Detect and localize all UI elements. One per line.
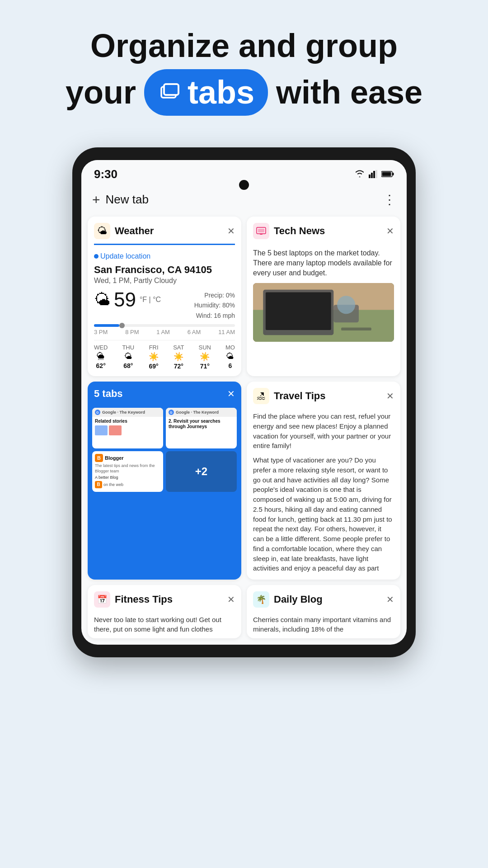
weather-temp-row: 🌤 59 °F | °C Precip: 0% Humidity: 80% Wi… bbox=[94, 288, 235, 321]
mini-tab-blogger[interactable]: B Blogger The latest tips and news from … bbox=[92, 451, 163, 492]
battery-icon bbox=[381, 170, 394, 178]
blogger-name: Blogger bbox=[105, 455, 124, 461]
fitness-tips-icon: 📅 bbox=[94, 591, 110, 608]
plus-icon: + bbox=[92, 192, 100, 208]
tabs-icon bbox=[158, 80, 181, 104]
update-location-text: Update location bbox=[100, 252, 150, 260]
tabs-group-header: 5 tabs ✕ bbox=[88, 382, 241, 404]
weather-content: Update location San Francisco, CA 94105 … bbox=[88, 248, 241, 377]
wind: Wind: 16 mph bbox=[194, 311, 235, 321]
tabs-badge: tabs bbox=[144, 69, 268, 116]
svg-rect-6 bbox=[375, 170, 377, 178]
travel-tips-close-button[interactable]: ✕ bbox=[386, 392, 394, 401]
weather-border bbox=[94, 244, 235, 245]
svg-rect-20 bbox=[341, 327, 371, 330]
travel-tips-para2: What type of vacationer are you? Do you … bbox=[253, 455, 394, 573]
tabs-group-close-button[interactable]: ✕ bbox=[227, 388, 235, 399]
temperature: 59 bbox=[114, 288, 136, 311]
weather-close-button[interactable]: ✕ bbox=[227, 226, 235, 236]
svg-rect-17 bbox=[266, 292, 331, 330]
travel-tips-content: Find the place where you can rest, refue… bbox=[247, 409, 400, 580]
weather-location: San Francisco, CA 94105 bbox=[94, 264, 235, 276]
svg-rect-1 bbox=[164, 84, 178, 95]
location-dot bbox=[94, 254, 99, 259]
new-tab-button[interactable]: + New tab bbox=[92, 192, 149, 208]
daily-blog-text: Cherries contain many important vitamins… bbox=[253, 616, 391, 633]
status-bar: 9:30 bbox=[81, 160, 407, 185]
tech-news-card[interactable]: Tech News ✕ The 5 best laptops on the ma… bbox=[247, 217, 400, 377]
fitness-tips-text: Never too late to start working out! Get… bbox=[94, 616, 221, 633]
travel-tips-para1: Find the place where you can rest, refue… bbox=[253, 411, 394, 451]
travel-tips-header: 🏖 Travel Tips ✕ bbox=[247, 382, 400, 409]
weather-forecast: WED 🌦 62° THU 🌤 68° FRI ☀️ 69° bbox=[94, 340, 235, 370]
blogger-text: The latest tips and news from the Blogge… bbox=[95, 463, 160, 474]
weather-times: 3 PM 8 PM 1 AM 6 AM 11 AM bbox=[94, 329, 235, 335]
fitness-tips-title: Fitness Tips bbox=[115, 594, 173, 605]
phone-screen: 9:30 bbox=[81, 160, 407, 645]
fitness-tips-card[interactable]: 📅 Fitness Tips ✕ Never too late to start… bbox=[88, 585, 241, 638]
svg-rect-8 bbox=[382, 172, 391, 176]
forecast-wed: WED 🌦 62° bbox=[94, 344, 108, 370]
phone-frame: 9:30 bbox=[72, 147, 416, 658]
humidity: Humidity: 80% bbox=[194, 300, 235, 310]
svg-rect-9 bbox=[393, 173, 394, 175]
svg-rect-4 bbox=[371, 173, 373, 178]
tech-news-image bbox=[253, 283, 394, 342]
svg-rect-5 bbox=[373, 171, 375, 178]
fitness-close-button[interactable]: ✕ bbox=[227, 595, 235, 604]
plus-more[interactable]: +2 bbox=[166, 451, 237, 492]
tech-news-title: Tech News bbox=[274, 225, 325, 237]
weather-details: Precip: 0% Humidity: 80% Wind: 16 mph bbox=[194, 288, 235, 321]
weather-card-header: 🌤 Weather ✕ bbox=[88, 217, 241, 244]
mini-tabs-grid: G Google · The Keyword Related stories bbox=[92, 408, 237, 492]
tabs-group-title: 5 tabs bbox=[94, 388, 123, 400]
tech-news-header: Tech News ✕ bbox=[247, 217, 400, 244]
menu-icon[interactable]: ⋮ bbox=[383, 192, 396, 207]
hero-section: Organize and group your tabs with ease bbox=[0, 0, 488, 134]
fitness-tips-content: Never too late to start working out! Get… bbox=[88, 612, 241, 638]
tech-news-content: The 5 best laptops on the market today. … bbox=[247, 244, 400, 346]
weather-card-title: Weather bbox=[115, 225, 154, 237]
tech-news-close-button[interactable]: ✕ bbox=[386, 226, 394, 236]
tech-news-text: The 5 best laptops on the market today. … bbox=[253, 248, 394, 278]
forecast-mon: MO 🌤 6 bbox=[225, 344, 235, 370]
temp-unit: °F | °C bbox=[140, 296, 161, 304]
tabs-badge-text: tabs bbox=[188, 74, 254, 111]
tabs-grid: 🌤 Weather ✕ Update location San Francisc… bbox=[81, 217, 407, 645]
svg-rect-11 bbox=[258, 229, 264, 232]
weather-timeline bbox=[94, 324, 235, 327]
status-time: 9:30 bbox=[94, 167, 117, 181]
svg-text:G: G bbox=[170, 411, 173, 414]
daily-blog-close-button[interactable]: ✕ bbox=[386, 595, 394, 604]
hero-line2-start: your bbox=[66, 74, 136, 111]
tabs-group-card[interactable]: 5 tabs ✕ G Google · The Keyword Related … bbox=[88, 382, 241, 580]
forecast-thu: THU 🌤 68° bbox=[122, 344, 134, 370]
tabs-group-content: G Google · The Keyword Related stories bbox=[88, 404, 241, 496]
forecast-fri: FRI ☀️ 69° bbox=[149, 344, 159, 370]
daily-blog-title: Daily Blog bbox=[274, 594, 323, 605]
signal-icon bbox=[369, 170, 378, 178]
travel-tips-card[interactable]: 🏖 Travel Tips ✕ Find the place where you… bbox=[247, 382, 400, 580]
hero-line2-end: with ease bbox=[276, 74, 422, 111]
new-tab-label: New tab bbox=[106, 193, 149, 207]
weather-icon: 🌤 bbox=[94, 223, 110, 239]
weather-emoji: 🌤 bbox=[94, 290, 110, 309]
tech-news-icon bbox=[253, 223, 269, 239]
daily-blog-icon: 🌴 bbox=[253, 591, 269, 608]
daily-blog-header: 🌴 Daily Blog ✕ bbox=[247, 585, 400, 612]
weather-card[interactable]: 🌤 Weather ✕ Update location San Francisc… bbox=[88, 217, 241, 377]
svg-text:G: G bbox=[96, 411, 99, 414]
daily-blog-content: Cherries contain many important vitamins… bbox=[247, 612, 400, 638]
svg-rect-3 bbox=[369, 175, 371, 178]
precip: Precip: 0% bbox=[194, 290, 235, 300]
blogger-logo: B bbox=[95, 454, 103, 462]
daily-blog-card[interactable]: 🌴 Daily Blog ✕ Cherries contain many imp… bbox=[247, 585, 400, 638]
mini-tab-1[interactable]: G Google · The Keyword Related stories bbox=[92, 408, 163, 448]
forecast-sat: SAT ☀️ 72° bbox=[173, 344, 184, 370]
update-location[interactable]: Update location bbox=[94, 252, 235, 260]
mini-tab-2[interactable]: G Google · The Keyword 2. Revisit your s… bbox=[166, 408, 237, 448]
travel-tips-title: Travel Tips bbox=[274, 390, 326, 402]
weather-condition: Wed, 1 PM, Partly Cloudy bbox=[94, 277, 235, 285]
fitness-tips-header: 📅 Fitness Tips ✕ bbox=[88, 585, 241, 612]
status-icons bbox=[354, 170, 394, 178]
